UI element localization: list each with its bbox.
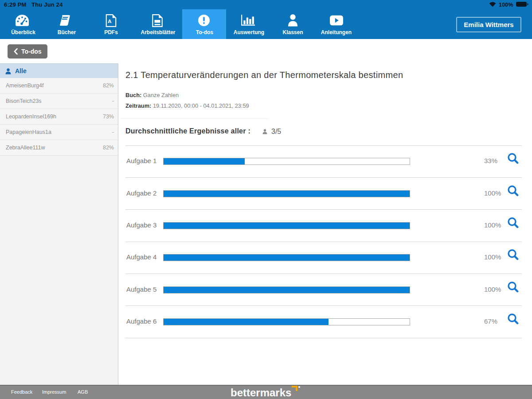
svg-text:A: A: [108, 18, 112, 24]
